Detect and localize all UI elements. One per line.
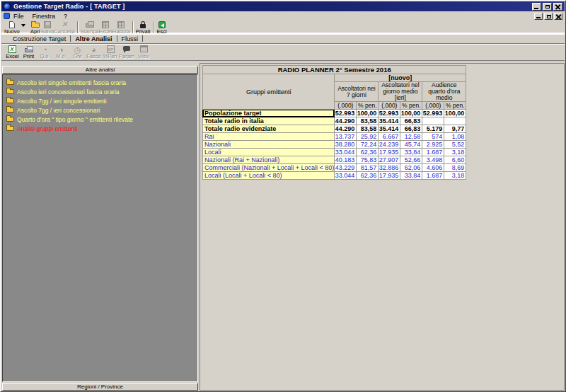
sidebar-item-ascolto-ieri-concessionari[interactable]: Ascolto ieri concessionari fascia oraria (3, 87, 197, 96)
folder-icon (6, 126, 14, 131)
table-cell: 35.414 (379, 117, 400, 125)
elabora-button[interactable]: Elabora (112, 21, 130, 35)
table-cell: 2.925 (422, 141, 444, 149)
table-row: Locali (Locali + Locali < 80) 33.044 62,… (203, 172, 466, 180)
table-cell: 38.280 (335, 141, 357, 149)
row-label[interactable]: Nazionali (203, 141, 335, 149)
table-cell: 83,58 (357, 125, 379, 133)
param-button[interactable]: Param (119, 45, 134, 59)
fasce-button[interactable]: ◕ Fasce (86, 45, 101, 59)
nuovo-button[interactable]: Nuovo (4, 21, 20, 35)
table-cell: 3,18 (444, 149, 466, 156)
cancella-button[interactable]: ✕ Cancella (54, 21, 74, 35)
table-cell: 72,24 (357, 141, 379, 149)
clock-icon: ◷ (72, 45, 83, 54)
table-cell: 52.993 (379, 110, 400, 117)
table-row: Rai 13.737 25,92 6.667 12,58 574 1,08 (203, 133, 466, 141)
table-cell: 35.414 (379, 125, 400, 133)
table-cell: 9,77 (444, 125, 466, 133)
tab-costruzione-target[interactable]: Costruzione Target (8, 35, 70, 42)
row-label[interactable]: Locali (Locali + Locali < 80) (203, 172, 335, 180)
qo-button[interactable]: ◔ Q.o. (37, 45, 52, 59)
excel-grid-icon (100, 21, 111, 29)
excel-export-button[interactable]: X Excel (5, 45, 20, 59)
table-subtitle-nuovo: [nuovo] (335, 74, 466, 82)
mdi-restore-icon[interactable] (544, 13, 553, 20)
table-cell: 66,83 (400, 117, 422, 125)
pen-button[interactable]: SP %Pen (103, 45, 117, 59)
table-cell: 40.183 (335, 156, 357, 164)
row-label[interactable]: Totale radio in italia (203, 117, 335, 125)
table-cell: 33,84 (400, 149, 422, 156)
mdi-minimize-icon[interactable] (534, 13, 543, 20)
table-cell: 13.737 (335, 133, 357, 141)
table-cell: 6,60 (444, 156, 466, 164)
menu-finestra[interactable]: Finestra (33, 13, 56, 20)
printer-icon (84, 21, 96, 29)
table-cell: 8,69 (444, 164, 466, 172)
table-cell: 100,00 (357, 110, 379, 117)
esci-button[interactable]: Esci (156, 21, 168, 35)
percent-sheet-icon: SP (105, 45, 116, 54)
sidebar-item-ascolto-7gg-concessionari[interactable]: Ascolto 7gg / ieri concessionari (3, 105, 197, 115)
mo-button[interactable]: ◑ M.o. (54, 45, 69, 59)
toolbar-separator (153, 21, 154, 33)
table-cell: 83,58 (357, 117, 379, 125)
table-cell: 45,74 (400, 141, 422, 149)
menu-help[interactable]: ? (64, 13, 67, 20)
radio-planner-table: RADIO PLANNER 2° Semestre 2016 Gruppi em… (202, 65, 466, 180)
table-row: Popolazione target 52.993 100,00 52.993 … (203, 110, 466, 117)
sidebar-footer-regioni-province[interactable]: Regioni / Province (2, 383, 198, 391)
report-panel: RADIO PLANNER 2° Semestre 2016 Gruppi em… (200, 63, 565, 391)
ore-button[interactable]: ◷ Ore (70, 45, 85, 59)
privati-button[interactable]: Privati (136, 21, 151, 35)
table-cell: 1,08 (444, 133, 466, 141)
sidebar-item-quarto-dora[interactable]: Quarto d'ora " tipo giorno " emittenti r… (3, 115, 197, 124)
table-cell: 17.935 (379, 172, 400, 180)
mdi-document-icon (4, 13, 10, 19)
row-label[interactable]: Nazionali (Rai + Nazionali) (203, 156, 335, 164)
table-cell: 3,18 (444, 172, 466, 180)
tab-flussi[interactable]: Flussi (117, 35, 143, 42)
restore-icon[interactable] (543, 3, 552, 11)
row-label[interactable]: Rai (203, 133, 335, 141)
table-cell: 574 (422, 133, 444, 141)
title-bar: Gestione Target Radio - [ TARGET ] (1, 1, 565, 11)
print-button[interactable]: Print (21, 45, 36, 59)
table-cell: 6.667 (379, 133, 400, 141)
mdi-close-icon[interactable] (554, 13, 562, 20)
sidebar-item-ascolto-ieri-singole[interactable]: Ascolto ieri singole emittenti fascia or… (3, 78, 197, 87)
sub-header-000: (.000) (422, 102, 444, 110)
table-cell: 81,57 (357, 164, 379, 172)
table-cell: 52,66 (400, 156, 422, 164)
menu-file[interactable]: File (13, 13, 24, 20)
table-cell: 62,36 (357, 172, 379, 180)
sidebar-item-ascolto-7gg-singole[interactable]: Ascolto 7gg / ieri singole emittenti (3, 96, 197, 105)
minimize-icon[interactable] (532, 3, 541, 11)
row-label[interactable]: Locali (203, 149, 335, 156)
stampa-button[interactable]: Stampa (81, 21, 99, 35)
row-label[interactable]: Totale radio evidenziate (203, 125, 335, 133)
folder-icon (6, 108, 14, 113)
col-group-giorno-medio: Ascoltatori nel giorno medio [ieri] (379, 82, 422, 102)
tab-altre-analisi[interactable]: Altre Analisi (71, 35, 116, 42)
half-pie-icon: ◑ (56, 45, 67, 54)
visu-button[interactable]: Visu (136, 45, 151, 59)
table-cell: 27.907 (379, 156, 400, 164)
table-cell (422, 117, 444, 125)
row-label[interactable]: Popolazione target (203, 110, 335, 117)
apri-button[interactable]: Apri (30, 21, 41, 35)
sub-header-pen: % pen. (357, 102, 379, 110)
toolbar-separator (132, 21, 134, 33)
salva-button[interactable]: Salva (41, 21, 54, 35)
close-icon[interactable] (553, 3, 562, 11)
excel-button[interactable]: Excel (99, 21, 112, 35)
row-label[interactable]: Commerciali (Nazionali + Locali + Locali… (203, 164, 335, 172)
sidebar-item-analisi-gruppi-emittenti[interactable]: Analisi gruppi emittenti (3, 124, 197, 133)
nuovo-dropdown-icon[interactable] (21, 24, 25, 27)
pie-slice-icon: ◕ (88, 45, 100, 54)
table-cell: 44.290 (335, 125, 357, 133)
main-toolbar: Nuovo Apri Salva ✕ Cancella Stampa Excel… (1, 21, 565, 34)
menu-bar: File Finestra ? (1, 11, 565, 21)
sidebar-header: Altre analisi (2, 66, 198, 74)
